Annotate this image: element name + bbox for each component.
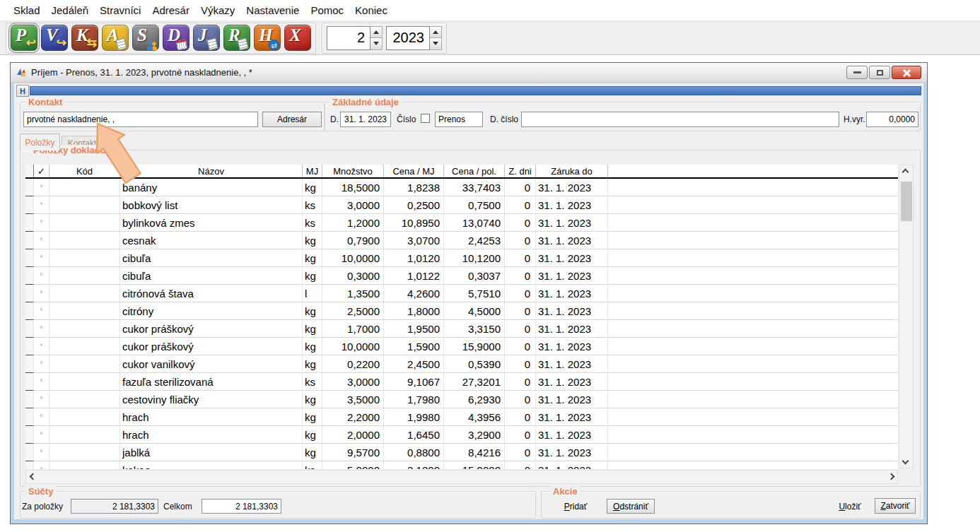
table-cell[interactable]: ° — [34, 391, 49, 408]
table-cell[interactable]: ° — [34, 232, 49, 249]
table-cell[interactable]: cukor vanilkový — [120, 355, 303, 372]
toolbar-vydaj-button[interactable]: V — [41, 25, 68, 51]
window-titlebar[interactable]: Príjem - Prenos, 31. 1. 2023, prvotné na… — [11, 63, 927, 83]
table-cell[interactable] — [49, 232, 120, 249]
table-cell[interactable]: 10,1200 — [444, 249, 505, 266]
row-selector[interactable] — [25, 461, 34, 469]
toolbar-pomoc-button[interactable]: H — [254, 25, 281, 51]
scroll-down-icon[interactable] — [902, 458, 909, 465]
ulozit-button[interactable]: Uložiť — [832, 499, 868, 514]
table-cell[interactable]: citróny — [120, 302, 303, 319]
table-cell[interactable]: 1,6450 — [384, 426, 444, 443]
menu-item-stravnici[interactable]: Stravníci — [94, 4, 146, 16]
table-cell[interactable]: 1,7980 — [384, 391, 444, 408]
month-value[interactable]: 2 — [327, 26, 371, 50]
column-header[interactable]: Cena / pol. — [444, 165, 505, 177]
table-cell[interactable]: kg — [303, 179, 322, 196]
table-cell[interactable]: ° — [34, 373, 49, 390]
table-cell[interactable]: 0 — [505, 267, 536, 284]
toolbar-prijem-button[interactable]: P — [11, 25, 37, 51]
table-row[interactable]: °cukor práškovýkg1,70001,95003,3150031. … — [25, 320, 898, 338]
table-cell[interactable]: 18,5000 — [322, 179, 384, 196]
table-cell[interactable]: ° — [34, 196, 49, 213]
table-cell[interactable]: 31. 1. 2023 — [536, 302, 608, 319]
column-header[interactable]: ✓ — [34, 165, 49, 177]
vertical-scrollbar-thumb[interactable] — [901, 182, 912, 221]
table-cell[interactable]: 31. 1. 2023 — [536, 196, 608, 213]
table-cell[interactable] — [49, 214, 120, 231]
table-cell[interactable]: 9,5700 — [322, 444, 384, 461]
table-cell[interactable]: kg — [303, 320, 322, 337]
table-cell[interactable]: cesnak — [120, 232, 303, 249]
vertical-scrollbar[interactable] — [899, 165, 914, 468]
table-cell[interactable]: jablká — [120, 444, 303, 461]
close-button[interactable] — [892, 66, 921, 79]
table-cell[interactable]: 1,3500 — [322, 285, 384, 302]
table-cell[interactable]: 0 — [505, 196, 536, 213]
row-selector[interactable] — [25, 267, 34, 285]
table-cell[interactable]: kg — [303, 232, 322, 249]
table-cell[interactable]: ks — [303, 196, 322, 213]
table-cell[interactable]: 31. 1. 2023 — [536, 355, 608, 372]
table-cell[interactable]: 10,8950 — [384, 214, 444, 231]
table-cell[interactable]: 1,9980 — [384, 408, 444, 425]
month-up-button[interactable] — [371, 27, 382, 38]
table-cell[interactable]: 0,7900 — [322, 232, 384, 249]
tab-polozky[interactable]: Položky — [20, 134, 60, 150]
table-cell[interactable]: 4,5000 — [444, 302, 505, 319]
year-value[interactable]: 2023 — [386, 26, 430, 50]
toolbar-dochadzka-button[interactable]: D — [163, 25, 189, 51]
table-cell[interactable]: 0,7500 — [444, 196, 505, 213]
table-cell[interactable]: 3,2900 — [444, 426, 505, 443]
table-cell[interactable]: kg — [303, 355, 322, 372]
table-cell[interactable]: kg — [303, 302, 322, 319]
row-selector[interactable] — [25, 391, 34, 408]
table-cell[interactable]: l — [303, 285, 322, 302]
row-selector[interactable] — [25, 196, 34, 214]
table-cell[interactable]: ° — [34, 179, 49, 196]
table-cell[interactable] — [49, 285, 120, 302]
table-cell[interactable]: kg — [303, 249, 322, 266]
table-cell[interactable]: 5,0000 — [322, 461, 384, 469]
row-selector[interactable] — [25, 444, 34, 461]
table-cell[interactable]: ° — [34, 214, 49, 231]
table-cell[interactable]: 31. 1. 2023 — [536, 249, 608, 266]
kontakt-input[interactable]: prvotné naskladnenie, , — [23, 112, 258, 127]
column-header[interactable]: Záruka do — [536, 165, 608, 177]
column-header[interactable]: Množstvo — [322, 165, 384, 177]
table-cell[interactable]: 0 — [505, 426, 536, 443]
row-selector[interactable] — [25, 426, 34, 444]
table-cell[interactable] — [49, 196, 120, 213]
table-cell[interactable]: 2,4500 — [384, 355, 444, 372]
table-cell[interactable]: 0 — [505, 373, 536, 390]
menu-item-nastavenie[interactable]: Nastavenie — [240, 4, 305, 16]
table-cell[interactable]: 31. 1. 2023 — [536, 391, 608, 408]
table-cell[interactable]: cukor práškový — [120, 320, 303, 337]
table-cell[interactable] — [49, 302, 120, 319]
table-row[interactable]: °cesnakkg0,79003,07002,4253031. 1. 2023 — [25, 232, 898, 249]
table-cell[interactable]: 3,1800 — [384, 461, 444, 469]
maximize-button[interactable] — [869, 66, 890, 79]
table-cell[interactable]: 31. 1. 2023 — [536, 320, 608, 337]
table-cell[interactable]: cukor práškový — [120, 338, 303, 355]
date-input[interactable]: 31. 1. 2023 — [340, 112, 391, 127]
table-cell[interactable]: cibuľa — [120, 249, 303, 266]
table-cell[interactable] — [49, 461, 120, 469]
table-cell[interactable]: ° — [34, 408, 49, 425]
table-cell[interactable]: 2,2000 — [322, 408, 384, 425]
table-cell[interactable]: 27,3201 — [444, 373, 505, 390]
menu-item-pomoc[interactable]: Pomoc — [305, 4, 349, 16]
table-cell[interactable]: kg — [303, 391, 322, 408]
table-cell[interactable]: 0 — [505, 232, 536, 249]
table-cell[interactable] — [49, 338, 120, 355]
row-selector[interactable] — [25, 285, 34, 302]
table-row[interactable]: °cestoviny fliačkykg3,50001,79806,293003… — [25, 391, 898, 408]
table-cell[interactable]: 6,2930 — [444, 391, 505, 408]
toolbar-korekcia-button[interactable]: K — [71, 25, 98, 51]
table-cell[interactable] — [49, 391, 120, 408]
menu-item-vykazy[interactable]: Výkazy — [195, 4, 240, 16]
toolbar-koniec-button[interactable]: X — [284, 25, 311, 51]
scroll-left-icon[interactable] — [30, 473, 37, 480]
table-row[interactable]: °bylinková zmesks1,200010,895013,0740031… — [25, 214, 898, 232]
table-cell[interactable]: 31. 1. 2023 — [536, 285, 608, 302]
